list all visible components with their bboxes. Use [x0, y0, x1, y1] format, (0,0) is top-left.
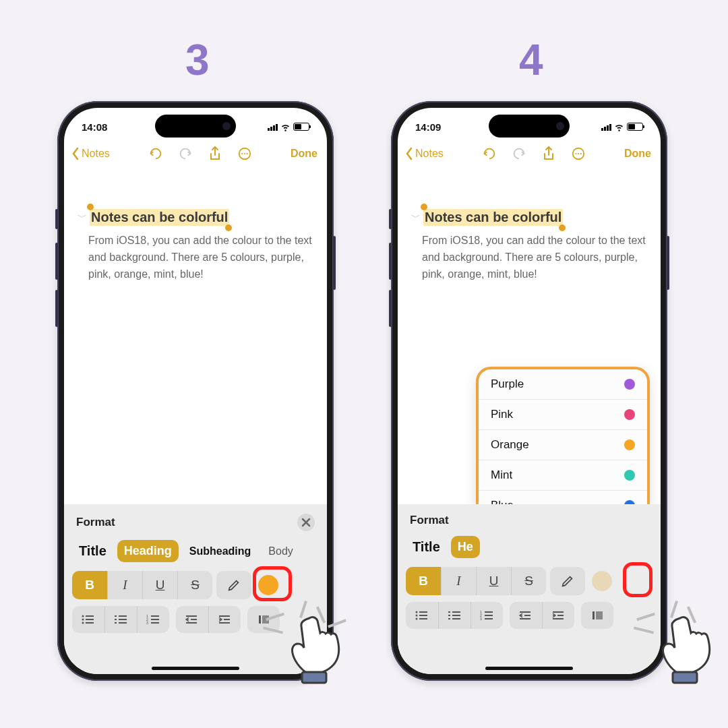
bulleted-list-button[interactable]	[72, 606, 104, 633]
home-indicator[interactable]	[485, 667, 573, 670]
svg-rect-54	[520, 618, 530, 619]
bulleted-list-button[interactable]	[406, 602, 438, 629]
highlight-pencil-button[interactable]	[216, 571, 251, 599]
dashed-list-button[interactable]	[104, 606, 137, 633]
format-label: Format	[76, 516, 115, 529]
strike-button[interactable]: S	[177, 571, 212, 599]
svg-rect-14	[115, 622, 117, 624]
style-title[interactable]: Title	[406, 535, 447, 559]
svg-rect-5	[86, 615, 94, 617]
chevron-left-icon	[71, 147, 80, 160]
svg-rect-56	[553, 611, 564, 613]
bold-button[interactable]: B	[406, 567, 441, 595]
nav-back-button[interactable]: Notes	[404, 147, 444, 160]
close-icon	[301, 518, 311, 527]
note-title-text[interactable]: Notes can be colorful	[423, 209, 563, 226]
highlight-pencil-button[interactable]	[550, 567, 585, 595]
block-quote-button[interactable]	[581, 602, 613, 629]
selection-handle-start[interactable]	[421, 204, 427, 210]
svg-rect-60	[596, 611, 603, 619]
color-label: Pink	[491, 408, 513, 421]
biu-segment: B I U S	[406, 567, 546, 595]
svg-point-8	[82, 622, 84, 624]
underline-button[interactable]: U	[476, 567, 511, 595]
chevron-down-icon[interactable]: ﹀	[411, 212, 421, 224]
svg-rect-41	[448, 611, 450, 613]
style-subheading[interactable]: Subheading	[183, 541, 258, 562]
indent-button[interactable]	[542, 602, 574, 629]
svg-point-3	[246, 153, 247, 154]
style-heading[interactable]: Heading	[117, 540, 179, 562]
tutorial-highlight	[253, 566, 292, 601]
note-content[interactable]: ﹀ Notes can be colorful From iOS18, you …	[64, 169, 327, 282]
style-row[interactable]: Title He	[406, 534, 653, 567]
color-label: Orange	[491, 438, 529, 452]
svg-point-1	[241, 153, 243, 154]
svg-point-2	[244, 153, 245, 154]
note-body-text[interactable]: From iOS18, you can add the colour to th…	[78, 226, 313, 282]
numbered-list-button[interactable]: 123	[137, 606, 169, 633]
italic-button[interactable]: I	[107, 571, 142, 599]
color-dot-icon	[624, 470, 635, 481]
chevron-down-icon[interactable]: ﹀	[78, 212, 87, 224]
strike-button[interactable]: S	[511, 567, 546, 595]
numbered-list-button[interactable]: 123	[471, 602, 503, 629]
svg-point-6	[82, 619, 84, 621]
note-title-label: Notes can be colorful	[91, 210, 228, 224]
format-label: Format	[410, 514, 449, 527]
outdent-button[interactable]	[510, 602, 542, 629]
style-title[interactable]: Title	[72, 539, 113, 563]
nav-back-label: Notes	[82, 148, 110, 160]
share-icon[interactable]	[206, 145, 224, 162]
pencil-icon	[560, 574, 575, 588]
underline-button[interactable]: U	[142, 571, 177, 599]
style-heading[interactable]: He	[451, 536, 480, 558]
svg-rect-23	[186, 622, 197, 624]
outdent-button[interactable]	[176, 606, 208, 633]
signal-icon	[268, 123, 278, 131]
svg-rect-13	[119, 619, 127, 620]
indent-button[interactable]	[208, 606, 241, 633]
color-option-mint[interactable]: Mint	[479, 460, 647, 490]
done-button[interactable]: Done	[291, 148, 320, 160]
style-body[interactable]: Body	[262, 541, 299, 562]
italic-button[interactable]: I	[441, 567, 476, 595]
undo-icon[interactable]	[147, 145, 164, 162]
svg-rect-43	[448, 615, 450, 616]
color-option-orange[interactable]: Orange	[479, 429, 647, 460]
color-option-pink[interactable]: Pink	[479, 399, 647, 429]
home-indicator[interactable]	[152, 667, 239, 670]
svg-rect-57	[553, 618, 564, 619]
wifi-icon	[280, 122, 291, 132]
svg-rect-11	[119, 615, 127, 617]
redo-icon[interactable]	[510, 145, 528, 162]
more-icon[interactable]	[570, 145, 587, 162]
svg-rect-36	[419, 611, 427, 613]
done-button[interactable]: Done	[624, 148, 654, 160]
color-dot-icon	[624, 409, 635, 420]
nav-bar: Notes Done	[64, 139, 327, 169]
svg-point-37	[416, 615, 418, 617]
battery-icon	[627, 123, 643, 131]
note-body-text[interactable]: From iOS18, you can add the colour to th…	[411, 226, 647, 282]
more-icon[interactable]	[236, 145, 253, 162]
svg-point-34	[580, 153, 581, 154]
color-swatch-button[interactable]	[592, 571, 612, 591]
share-icon[interactable]	[540, 145, 557, 162]
note-content[interactable]: ﹀ Notes can be colorful From iOS18, you …	[398, 169, 661, 282]
close-format-button[interactable]	[297, 514, 315, 531]
dashed-list-button[interactable]	[438, 602, 471, 629]
color-option-purple[interactable]: Purple	[479, 369, 647, 399]
svg-rect-21	[151, 622, 159, 624]
selection-handle-start[interactable]	[87, 204, 94, 210]
svg-rect-9	[86, 622, 94, 624]
chevron-left-icon	[404, 147, 414, 160]
redo-icon[interactable]	[177, 145, 194, 162]
nav-back-button[interactable]: Notes	[71, 147, 110, 160]
block-quote-button[interactable]	[247, 606, 280, 633]
bold-button[interactable]: B	[72, 571, 107, 599]
pencil-icon	[226, 578, 241, 593]
dynamic-island	[489, 115, 570, 138]
undo-icon[interactable]	[481, 145, 498, 162]
note-title-text[interactable]: Notes can be colorful	[90, 209, 229, 226]
